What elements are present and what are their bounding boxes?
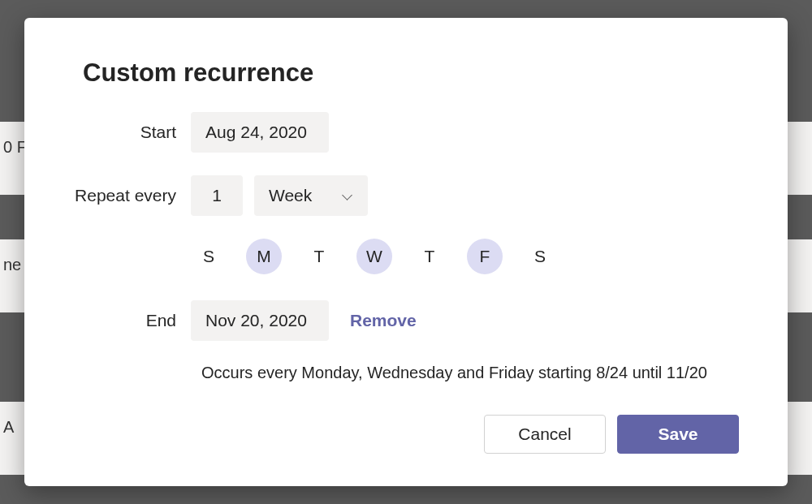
start-row: Start Aug 24, 2020 [73,112,739,153]
weekday-tue[interactable]: T [301,239,337,274]
repeat-interval-field[interactable]: 1 [191,175,243,216]
dialog-title: Custom recurrence [83,58,739,88]
start-date-value: Aug 24, 2020 [205,123,307,142]
repeat-interval-value: 1 [212,186,222,205]
weekday-thu[interactable]: T [412,239,447,274]
repeat-row: Repeat every 1 Week [73,175,739,216]
save-button[interactable]: Save [617,415,739,454]
weekday-wed[interactable]: W [356,239,392,274]
repeat-unit-dropdown[interactable]: Week [254,175,368,216]
end-date-field[interactable] [191,300,329,341]
remove-end-link[interactable]: Remove [350,311,417,330]
custom-recurrence-dialog: Custom recurrence Start Aug 24, 2020 Rep… [24,18,788,486]
cancel-button[interactable]: Cancel [484,415,606,454]
end-label: End [73,311,191,330]
dialog-footer: Cancel Save [484,415,739,454]
start-date-field[interactable]: Aug 24, 2020 [191,112,329,153]
start-label: Start [73,123,191,142]
end-date-input[interactable] [205,311,314,330]
weekday-fri[interactable]: F [467,239,503,274]
weekday-sun[interactable]: S [191,239,227,274]
weekday-mon[interactable]: M [246,239,282,274]
recurrence-summary: Occurs every Monday, Wednesday and Frida… [201,364,739,382]
weekday-picker: S M T W T F S [191,239,739,274]
chevron-down-icon [342,190,353,201]
repeat-label: Repeat every [73,186,191,205]
repeat-unit-value: Week [269,186,312,205]
weekday-sat[interactable]: S [522,239,558,274]
end-row: End Remove [73,300,739,341]
